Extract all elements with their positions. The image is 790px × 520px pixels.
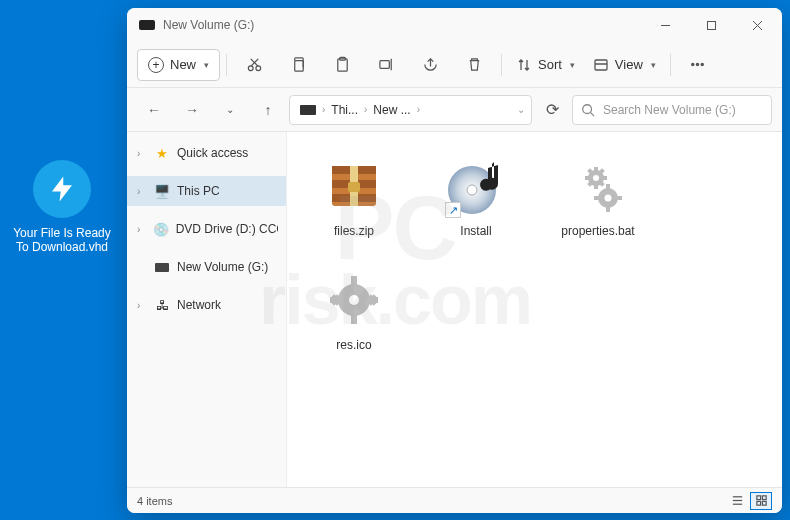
svg-rect-47	[351, 314, 357, 324]
archive-icon	[322, 154, 386, 218]
svg-rect-13	[595, 60, 607, 70]
file-item-archive[interactable]: files.zip	[295, 146, 413, 256]
window-title: New Volume (G:)	[163, 18, 642, 32]
sort-icon	[516, 57, 532, 73]
back-button[interactable]: ←	[137, 95, 171, 125]
svg-point-39	[605, 195, 612, 202]
separator	[670, 54, 671, 76]
breadcrumb[interactable]: › Thi... › New ... › ⌄	[289, 95, 532, 125]
chevron-down-icon: ▾	[204, 60, 209, 70]
drive-icon	[300, 105, 316, 115]
chevron-right-icon: ›	[417, 104, 420, 115]
svg-point-17	[701, 63, 703, 65]
sidebar-item-label: Quick access	[177, 146, 248, 160]
svg-rect-1	[707, 21, 715, 29]
view-icon	[593, 57, 609, 73]
file-name: files.zip	[334, 224, 374, 238]
forward-button[interactable]: →	[175, 95, 209, 125]
new-label: New	[170, 57, 196, 72]
network-icon: 🖧	[154, 297, 170, 313]
chevron-down-icon: ▾	[651, 60, 656, 70]
sidebar-item-dvd-drive[interactable]: › 💿 DVD Drive (D:) CCCC	[127, 214, 286, 244]
svg-line-19	[591, 112, 595, 116]
svg-rect-8	[294, 61, 303, 71]
view-label: View	[615, 57, 643, 72]
file-item-install[interactable]: ↗ Install	[417, 146, 535, 256]
svg-rect-42	[594, 196, 600, 200]
svg-rect-59	[756, 501, 760, 505]
sort-button[interactable]: Sort ▾	[508, 49, 583, 81]
svg-point-16	[697, 63, 699, 65]
addressbar: ← → ⌄ ↑ › Thi... › New ... › ⌄ ⟳	[127, 88, 782, 132]
toolbar: + New ▾ Sort ▾ View ▾	[127, 42, 782, 88]
svg-rect-46	[351, 276, 357, 286]
chevron-right-icon: ›	[137, 224, 146, 235]
recent-button[interactable]: ⌄	[213, 95, 247, 125]
chevron-right-icon: ›	[137, 148, 147, 159]
chevron-right-icon: ›	[137, 186, 147, 197]
drive-icon	[139, 20, 155, 30]
svg-rect-25	[348, 182, 360, 192]
svg-point-4	[248, 66, 253, 71]
svg-rect-33	[602, 176, 607, 180]
details-view-button[interactable]	[726, 492, 748, 510]
lightning-icon	[33, 160, 91, 218]
search-box[interactable]	[572, 95, 772, 125]
svg-point-5	[255, 66, 260, 71]
svg-point-27	[467, 185, 477, 195]
paste-button[interactable]	[321, 49, 363, 81]
sidebar-item-label: DVD Drive (D:) CCCC	[176, 222, 278, 236]
minimize-button[interactable]	[642, 8, 688, 42]
copy-button[interactable]	[277, 49, 319, 81]
drive-icon	[154, 259, 170, 275]
chevron-down-icon: ▾	[570, 60, 575, 70]
file-list[interactable]: files.zip ↗ Install	[287, 132, 782, 487]
svg-rect-40	[606, 184, 610, 190]
up-button[interactable]: ↑	[251, 95, 285, 125]
titlebar: New Volume (G:)	[127, 8, 782, 42]
sidebar-item-network[interactable]: › 🖧 Network	[127, 290, 286, 320]
view-button[interactable]: View ▾	[585, 49, 664, 81]
refresh-button[interactable]: ⟳	[536, 95, 568, 125]
breadcrumb-item[interactable]: Thi...	[327, 101, 362, 119]
sidebar-item-new-volume[interactable]: New Volume (G:)	[127, 252, 286, 282]
svg-point-45	[349, 295, 359, 305]
more-button[interactable]	[677, 49, 719, 81]
close-button[interactable]	[734, 8, 780, 42]
svg-rect-31	[594, 184, 598, 189]
icons-view-button[interactable]	[750, 492, 772, 510]
rename-button[interactable]	[365, 49, 407, 81]
file-item-bat[interactable]: properties.bat	[539, 146, 657, 256]
svg-rect-60	[762, 501, 766, 505]
share-button[interactable]	[409, 49, 451, 81]
monitor-icon: 🖥️	[154, 183, 170, 199]
separator	[226, 54, 227, 76]
chevron-down-icon[interactable]: ⌄	[517, 104, 525, 115]
chevron-right-icon: ›	[137, 300, 147, 311]
gear-icon	[566, 154, 630, 218]
file-name: res.ico	[336, 338, 371, 352]
delete-button[interactable]	[453, 49, 495, 81]
maximize-button[interactable]	[688, 8, 734, 42]
desktop-file-label: Your File Is Ready To Download.vhd	[12, 226, 112, 254]
new-button[interactable]: + New ▾	[137, 49, 220, 81]
disc-icon: 💿	[153, 221, 169, 237]
desktop-file-icon[interactable]: Your File Is Ready To Download.vhd	[12, 160, 112, 254]
sidebar-item-label: Network	[177, 298, 221, 312]
svg-rect-11	[379, 61, 388, 69]
sidebar-item-this-pc[interactable]: › 🖥️ This PC	[127, 176, 286, 206]
sort-label: Sort	[538, 57, 562, 72]
explorer-window: New Volume (G:) + New ▾ Sort ▾ View ▾	[127, 8, 782, 513]
file-name: properties.bat	[561, 224, 634, 238]
statusbar: 4 items	[127, 487, 782, 513]
cut-button[interactable]	[233, 49, 275, 81]
breadcrumb-item[interactable]: New ...	[369, 101, 414, 119]
sidebar-item-quick-access[interactable]: › ★ Quick access	[127, 138, 286, 168]
svg-rect-57	[756, 496, 760, 500]
navigation-pane: › ★ Quick access › 🖥️ This PC › 💿 DVD Dr…	[127, 132, 287, 487]
file-item-ico[interactable]: res.ico	[295, 260, 413, 370]
plus-icon: +	[148, 57, 164, 73]
chevron-right-icon: ›	[364, 104, 367, 115]
svg-point-18	[583, 104, 592, 113]
search-input[interactable]	[603, 103, 763, 117]
